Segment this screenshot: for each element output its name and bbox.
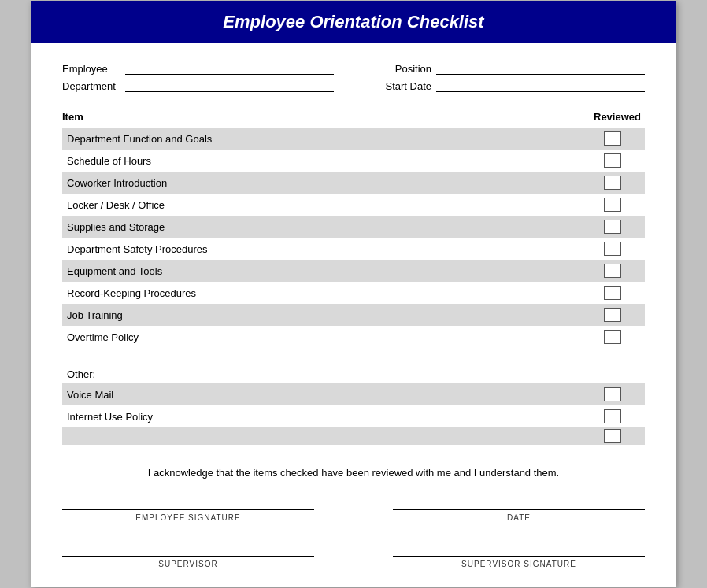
checklist-row: Job Training <box>62 304 645 326</box>
item-label: Coworker Introduction <box>67 177 585 189</box>
signature-row-1: Employee Signature Date <box>62 494 645 522</box>
checkbox[interactable] <box>604 153 621 168</box>
checkbox[interactable] <box>604 176 621 190</box>
checkbox[interactable] <box>604 198 621 212</box>
signature-row-2: Supervisor Supervisor Signature <box>62 541 645 568</box>
checklist-row: Internet Use Policy <box>62 405 645 427</box>
checkbox-cell <box>585 242 640 256</box>
page: Employee Orientation Checklist Employee … <box>31 1 676 587</box>
checklist-row: Department Safety Procedures <box>62 238 645 260</box>
checkbox-cell <box>585 264 640 278</box>
department-row: Department Start Date <box>62 80 645 92</box>
supervisor-sig-block: Supervisor <box>62 541 314 568</box>
checklist-row <box>62 427 645 445</box>
checklist-section: Item Reviewed Department Function and Go… <box>31 108 676 445</box>
other-label: Other: <box>62 362 645 383</box>
col-item-header: Item <box>62 111 83 123</box>
checkbox-cell <box>585 330 640 344</box>
checklist-row: Department Function and Goals <box>62 128 645 150</box>
employee-input[interactable] <box>125 62 334 75</box>
item-label: Internet Use Policy <box>67 411 585 423</box>
signature-section: Employee Signature Date Supervisor Super… <box>31 494 676 568</box>
checkbox[interactable] <box>604 308 621 322</box>
department-label: Department <box>62 80 125 92</box>
checkbox[interactable] <box>604 264 621 278</box>
checklist-row: Equipment and Tools <box>62 260 645 282</box>
employee-row: Employee Position <box>62 62 645 75</box>
supervisor-sig-line[interactable] <box>62 541 314 557</box>
item-label: Voice Mail <box>67 389 585 401</box>
item-label: Department Safety Procedures <box>67 243 585 255</box>
checkbox-cell <box>585 198 640 212</box>
acknowledgment-text: I acknowledge that the items checked hav… <box>31 467 676 479</box>
supervisor-caption: Supervisor <box>158 560 217 568</box>
employee-sig-caption: Employee Signature <box>135 513 240 522</box>
checkbox[interactable] <box>604 409 621 423</box>
item-label: Overtime Policy <box>67 331 585 343</box>
checkbox-cell <box>585 220 640 234</box>
employee-label: Employee <box>62 63 125 75</box>
date-caption: Date <box>507 513 531 522</box>
checkbox[interactable] <box>604 429 621 443</box>
checkbox[interactable] <box>604 330 621 344</box>
date-sig-block: Date <box>393 494 645 522</box>
checklist-row: Schedule of Hours <box>62 150 645 172</box>
date-sig-line[interactable] <box>393 494 645 510</box>
item-label: Department Function and Goals <box>67 133 585 145</box>
item-label: Job Training <box>67 309 585 321</box>
checklist-row: Coworker Introduction <box>62 172 645 194</box>
checkbox-cell <box>585 308 640 322</box>
checklist-header: Item Reviewed <box>62 108 645 126</box>
supervisor-sig2-line[interactable] <box>393 541 645 557</box>
checkbox-cell <box>585 409 640 423</box>
position-label: Position <box>381 63 436 75</box>
checklist-row: Voice Mail <box>62 383 645 405</box>
checkbox-cell <box>585 387 640 401</box>
page-title: Employee Orientation Checklist <box>31 1 676 43</box>
item-label: Schedule of Hours <box>67 155 585 167</box>
checkbox[interactable] <box>604 242 621 256</box>
checkbox-cell <box>585 131 640 146</box>
checkbox-cell <box>585 286 640 300</box>
item-label: Supplies and Storage <box>67 221 585 233</box>
checklist-row: Overtime Policy <box>62 326 645 348</box>
checklist-row: Locker / Desk / Office <box>62 194 645 216</box>
position-input[interactable] <box>436 62 645 75</box>
col-reviewed-header: Reviewed <box>590 111 645 123</box>
spacer-row <box>62 348 645 362</box>
checkbox-cell <box>585 153 640 168</box>
checkbox[interactable] <box>604 387 621 401</box>
checklist-row: Supplies and Storage <box>62 216 645 238</box>
start-date-input[interactable] <box>436 80 645 92</box>
department-input[interactable] <box>125 80 334 92</box>
checkbox[interactable] <box>604 131 621 146</box>
start-date-label: Start Date <box>381 80 436 92</box>
checkbox-cell <box>585 429 640 443</box>
checkbox[interactable] <box>604 220 621 234</box>
item-label: Record-Keeping Procedures <box>67 287 585 299</box>
supervisor-sig-caption: Supervisor Signature <box>461 560 576 568</box>
item-label: Locker / Desk / Office <box>67 199 585 211</box>
checkbox-cell <box>585 176 640 190</box>
employee-sig-line[interactable] <box>62 494 314 510</box>
form-section: Employee Position Department Start Date <box>31 62 676 92</box>
item-label: Equipment and Tools <box>67 265 585 277</box>
checklist-row: Record-Keeping Procedures <box>62 282 645 304</box>
checkbox[interactable] <box>604 286 621 300</box>
employee-sig-block: Employee Signature <box>62 494 314 522</box>
supervisor-sig2-block: Supervisor Signature <box>393 541 645 568</box>
